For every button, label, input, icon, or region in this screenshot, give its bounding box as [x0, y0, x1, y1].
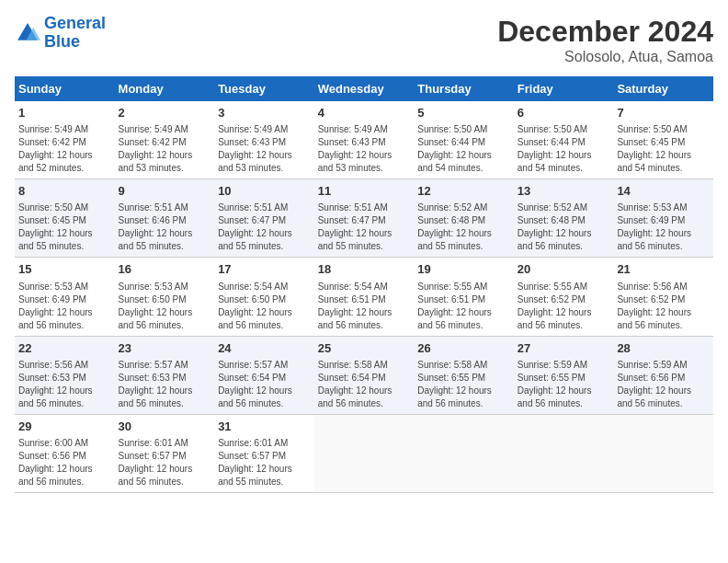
day-number: 18 [318, 261, 411, 278]
calendar-cell: 12Sunrise: 5:52 AM Sunset: 6:48 PM Dayli… [414, 179, 514, 258]
calendar-table: SundayMondayTuesdayWednesdayThursdayFrid… [15, 76, 713, 493]
calendar-cell: 30Sunrise: 6:01 AM Sunset: 6:57 PM Dayli… [115, 414, 215, 492]
day-info: Sunrise: 5:53 AM Sunset: 6:49 PM Dayligh… [617, 201, 710, 253]
calendar-cell: 28Sunrise: 5:59 AM Sunset: 6:56 PM Dayli… [613, 336, 713, 414]
calendar-cell: 8Sunrise: 5:50 AM Sunset: 6:45 PM Daylig… [15, 179, 115, 258]
day-number: 29 [18, 419, 111, 435]
week-row-1: 1Sunrise: 5:49 AM Sunset: 6:42 PM Daylig… [15, 101, 713, 179]
day-info: Sunrise: 5:54 AM Sunset: 6:51 PM Dayligh… [318, 281, 411, 332]
weekday-header-saturday: Saturday [613, 76, 713, 101]
calendar-cell: 15Sunrise: 5:53 AM Sunset: 6:49 PM Dayli… [15, 258, 115, 336]
day-info: Sunrise: 5:58 AM Sunset: 6:54 PM Dayligh… [318, 359, 411, 410]
day-info: Sunrise: 5:49 AM Sunset: 6:43 PM Dayligh… [218, 123, 311, 175]
day-info: Sunrise: 5:55 AM Sunset: 6:52 PM Dayligh… [518, 281, 610, 332]
calendar-cell: 14Sunrise: 5:53 AM Sunset: 6:49 PM Dayli… [613, 179, 713, 258]
calendar-cell: 27Sunrise: 5:59 AM Sunset: 6:55 PM Dayli… [514, 336, 614, 414]
calendar-cell: 17Sunrise: 5:54 AM Sunset: 6:50 PM Dayli… [214, 258, 314, 336]
calendar-cell: 24Sunrise: 5:57 AM Sunset: 6:54 PM Dayli… [214, 336, 314, 414]
day-number: 28 [617, 340, 710, 357]
calendar-cell [613, 414, 713, 492]
day-number: 22 [18, 340, 111, 357]
calendar-cell: 5Sunrise: 5:50 AM Sunset: 6:44 PM Daylig… [414, 101, 514, 179]
day-number: 5 [417, 105, 510, 121]
day-number: 21 [617, 261, 710, 278]
calendar-cell: 23Sunrise: 5:57 AM Sunset: 6:53 PM Dayli… [115, 336, 215, 414]
logo-icon [15, 20, 40, 46]
calendar-cell: 10Sunrise: 5:51 AM Sunset: 6:47 PM Dayli… [214, 179, 314, 258]
day-info: Sunrise: 6:00 AM Sunset: 6:56 PM Dayligh… [18, 437, 111, 488]
day-number: 9 [119, 183, 211, 200]
calendar-cell: 2Sunrise: 5:49 AM Sunset: 6:42 PM Daylig… [115, 101, 215, 179]
day-info: Sunrise: 6:01 AM Sunset: 6:57 PM Dayligh… [119, 437, 211, 488]
logo: General Blue [15, 15, 106, 52]
day-number: 4 [318, 105, 411, 121]
day-info: Sunrise: 5:50 AM Sunset: 6:45 PM Dayligh… [617, 123, 710, 175]
day-info: Sunrise: 5:55 AM Sunset: 6:51 PM Dayligh… [417, 281, 510, 332]
day-number: 23 [119, 340, 211, 357]
day-info: Sunrise: 6:01 AM Sunset: 6:57 PM Dayligh… [218, 437, 311, 488]
header: General Blue December 2024 Solosolo, Atu… [15, 15, 713, 65]
day-info: Sunrise: 5:56 AM Sunset: 6:53 PM Dayligh… [18, 359, 111, 410]
calendar-cell: 13Sunrise: 5:52 AM Sunset: 6:48 PM Dayli… [514, 179, 614, 258]
day-info: Sunrise: 5:56 AM Sunset: 6:52 PM Dayligh… [617, 281, 710, 332]
day-info: Sunrise: 5:51 AM Sunset: 6:47 PM Dayligh… [318, 201, 411, 253]
day-number: 2 [119, 105, 211, 121]
day-number: 7 [617, 105, 710, 121]
calendar-cell: 25Sunrise: 5:58 AM Sunset: 6:54 PM Dayli… [314, 336, 415, 414]
location-title: Solosolo, Atua, Samoa [497, 49, 713, 65]
calendar-cell: 29Sunrise: 6:00 AM Sunset: 6:56 PM Dayli… [15, 414, 115, 492]
day-info: Sunrise: 5:49 AM Sunset: 6:42 PM Dayligh… [119, 123, 211, 175]
calendar-cell: 19Sunrise: 5:55 AM Sunset: 6:51 PM Dayli… [414, 258, 514, 336]
day-info: Sunrise: 5:51 AM Sunset: 6:47 PM Dayligh… [218, 201, 311, 253]
week-row-4: 22Sunrise: 5:56 AM Sunset: 6:53 PM Dayli… [15, 336, 713, 414]
day-info: Sunrise: 5:53 AM Sunset: 6:49 PM Dayligh… [18, 281, 111, 332]
day-info: Sunrise: 5:49 AM Sunset: 6:43 PM Dayligh… [318, 123, 411, 175]
weekday-header-wednesday: Wednesday [314, 76, 415, 101]
day-number: 14 [617, 183, 710, 200]
calendar-cell: 9Sunrise: 5:51 AM Sunset: 6:46 PM Daylig… [115, 179, 215, 258]
calendar-cell: 26Sunrise: 5:58 AM Sunset: 6:55 PM Dayli… [414, 336, 514, 414]
day-number: 24 [218, 340, 311, 357]
day-info: Sunrise: 5:52 AM Sunset: 6:48 PM Dayligh… [518, 201, 610, 253]
day-info: Sunrise: 5:57 AM Sunset: 6:53 PM Dayligh… [119, 359, 211, 410]
day-number: 12 [417, 183, 510, 200]
day-info: Sunrise: 5:50 AM Sunset: 6:44 PM Dayligh… [518, 123, 610, 175]
week-row-5: 29Sunrise: 6:00 AM Sunset: 6:56 PM Dayli… [15, 414, 713, 492]
day-info: Sunrise: 5:52 AM Sunset: 6:48 PM Dayligh… [417, 201, 510, 253]
title-area: December 2024 Solosolo, Atua, Samoa [497, 15, 713, 65]
month-title: December 2024 [497, 15, 713, 49]
day-number: 15 [18, 261, 111, 278]
weekday-header-tuesday: Tuesday [214, 76, 314, 101]
calendar-cell: 3Sunrise: 5:49 AM Sunset: 6:43 PM Daylig… [214, 101, 314, 179]
calendar-cell: 20Sunrise: 5:55 AM Sunset: 6:52 PM Dayli… [514, 258, 614, 336]
week-row-2: 8Sunrise: 5:50 AM Sunset: 6:45 PM Daylig… [15, 179, 713, 258]
weekday-header-thursday: Thursday [414, 76, 514, 101]
calendar-cell: 11Sunrise: 5:51 AM Sunset: 6:47 PM Dayli… [314, 179, 415, 258]
calendar-cell: 7Sunrise: 5:50 AM Sunset: 6:45 PM Daylig… [613, 101, 713, 179]
calendar-cell: 31Sunrise: 6:01 AM Sunset: 6:57 PM Dayli… [214, 414, 314, 492]
day-info: Sunrise: 5:51 AM Sunset: 6:46 PM Dayligh… [119, 201, 211, 253]
calendar-cell: 18Sunrise: 5:54 AM Sunset: 6:51 PM Dayli… [314, 258, 415, 336]
calendar-cell: 6Sunrise: 5:50 AM Sunset: 6:44 PM Daylig… [514, 101, 614, 179]
week-row-3: 15Sunrise: 5:53 AM Sunset: 6:49 PM Dayli… [15, 258, 713, 336]
day-number: 26 [417, 340, 510, 357]
calendar-cell: 16Sunrise: 5:53 AM Sunset: 6:50 PM Dayli… [115, 258, 215, 336]
calendar-cell: 4Sunrise: 5:49 AM Sunset: 6:43 PM Daylig… [314, 101, 415, 179]
day-number: 19 [417, 261, 510, 278]
day-number: 13 [518, 183, 610, 200]
calendar-cell: 1Sunrise: 5:49 AM Sunset: 6:42 PM Daylig… [15, 101, 115, 179]
calendar-cell [514, 414, 614, 492]
day-number: 17 [218, 261, 311, 278]
calendar-cell: 21Sunrise: 5:56 AM Sunset: 6:52 PM Dayli… [613, 258, 713, 336]
weekday-header-sunday: Sunday [15, 76, 115, 101]
day-number: 30 [119, 419, 211, 435]
day-number: 3 [218, 105, 311, 121]
day-number: 11 [318, 183, 411, 200]
day-number: 16 [119, 261, 211, 278]
day-number: 1 [18, 105, 111, 121]
logo-line1: General [44, 14, 106, 32]
day-info: Sunrise: 5:58 AM Sunset: 6:55 PM Dayligh… [417, 359, 510, 410]
calendar-cell [314, 414, 415, 492]
day-number: 6 [518, 105, 610, 121]
weekday-header-row: SundayMondayTuesdayWednesdayThursdayFrid… [15, 76, 713, 101]
